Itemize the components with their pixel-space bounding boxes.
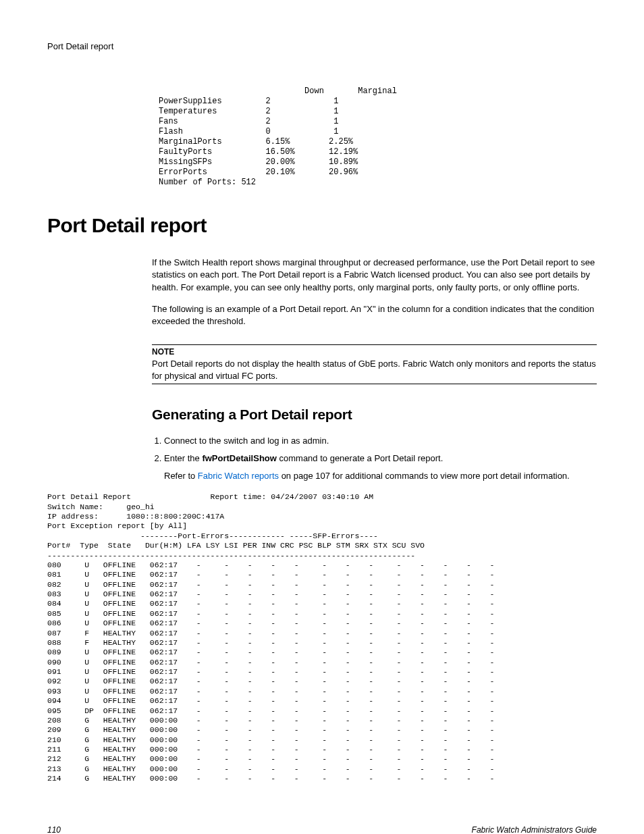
command-name: fwPortDetailShow — [202, 453, 277, 463]
fabric-watch-link[interactable]: Fabric Watch reports — [198, 471, 279, 481]
note-label: NOTE — [152, 346, 597, 358]
switch-health-table: Down Marginal PowerSupplies 2 1 Temperat… — [159, 86, 597, 188]
step-2-substep: Refer to Fabric Watch reports on page 10… — [164, 470, 597, 482]
note-text: Port Detail reports do not display the h… — [152, 358, 597, 382]
step-2: Enter the fwPortDetailShow command to ge… — [164, 452, 597, 482]
step-1: Connect to the switch and log in as admi… — [164, 435, 597, 447]
substep-text-b: on page 107 for additional commands to v… — [279, 471, 570, 481]
page-footer: 110 Fabric Watch Administrators Guide 53… — [47, 825, 597, 835]
page-number: 110 — [47, 825, 61, 835]
step-2-text-a: Enter the — [164, 453, 202, 463]
note-block: NOTE Port Detail reports do not display … — [152, 344, 597, 384]
intro-paragraph-1: If the Switch Health report shows margin… — [152, 257, 597, 294]
footer-title: Fabric Watch Administrators Guide — [472, 825, 597, 835]
substep-text-a: Refer to — [164, 471, 198, 481]
section-heading: Port Detail report — [47, 211, 597, 240]
intro-paragraph-2: The following is an example of a Port De… — [152, 303, 597, 328]
step-2-text-b: command to generate a Port Detail report… — [277, 453, 443, 463]
subsection-heading: Generating a Port Detail report — [152, 405, 597, 424]
running-header: Port Detail report — [47, 41, 597, 53]
steps-list: Connect to the switch and log in as admi… — [152, 435, 597, 483]
port-detail-output: Port Detail Report Report time: 04/24/20… — [47, 492, 597, 783]
